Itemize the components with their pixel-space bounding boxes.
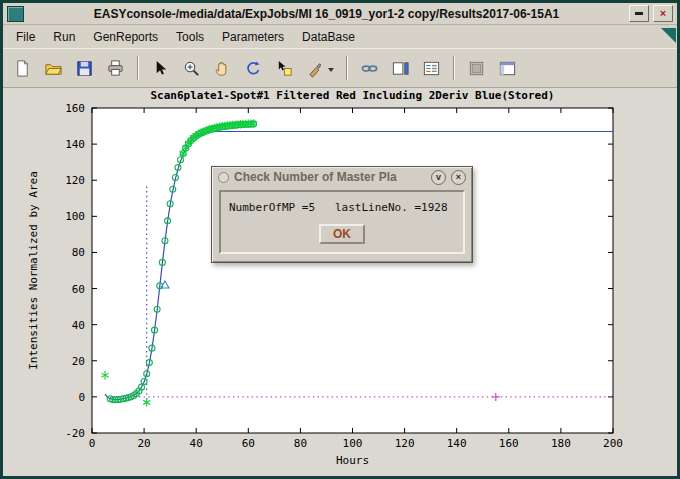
menu-bar: FileRunGenReportsToolsParametersDataBase xyxy=(3,25,677,48)
svg-text:120: 120 xyxy=(65,174,85,187)
dialog-close-button[interactable]: × xyxy=(451,170,466,185)
app-window: EASYconsole-/media/data/ExpJobs/MI 16_09… xyxy=(0,0,680,479)
dialog-body: NumberOfMP =5 lastLineNo. =1928 OK xyxy=(212,187,472,262)
new-document-icon xyxy=(13,59,32,78)
hide-plot-tools-button[interactable] xyxy=(462,54,491,83)
svg-text:Intensities Normalized by Area: Intensities Normalized by Area xyxy=(27,171,40,370)
toolbar-separator xyxy=(137,56,139,80)
svg-text:140: 140 xyxy=(447,437,467,450)
new-document-button[interactable] xyxy=(8,54,37,83)
insert-colorbar-button[interactable] xyxy=(386,54,415,83)
brush-button[interactable] xyxy=(301,54,339,83)
svg-text:140: 140 xyxy=(65,138,85,151)
chart-canvas: 020406080100120140160180200-200204060801… xyxy=(3,88,677,476)
minimize-button[interactable] xyxy=(629,5,649,22)
svg-text:160: 160 xyxy=(65,102,85,115)
insert-colorbar-icon xyxy=(391,59,410,78)
corner-resize-icon xyxy=(661,28,676,43)
hide-plot-tools-icon xyxy=(467,59,486,78)
dialog-message: NumberOfMP =5 lastLineNo. =1928 xyxy=(229,201,455,214)
save-button[interactable] xyxy=(70,54,99,83)
edit-cursor-button[interactable] xyxy=(146,54,175,83)
svg-text:40: 40 xyxy=(72,319,85,332)
data-cursor-button[interactable] xyxy=(270,54,299,83)
svg-text:80: 80 xyxy=(294,437,307,450)
svg-text:Scan6plate1-Spot#1 Filtered Re: Scan6plate1-Spot#1 Filtered Red Includin… xyxy=(151,89,555,102)
svg-text:180: 180 xyxy=(551,437,571,450)
dialog-window-icon xyxy=(218,172,229,183)
dialog-title-bar: Check Number of Master Pla v × xyxy=(212,167,472,187)
data-cursor-icon xyxy=(275,59,294,78)
menu-run[interactable]: Run xyxy=(44,27,84,47)
svg-text:100: 100 xyxy=(65,210,85,223)
menu-database[interactable]: DataBase xyxy=(293,27,364,47)
open-folder-button[interactable] xyxy=(39,54,68,83)
figure-area: 020406080100120140160180200-200204060801… xyxy=(3,88,677,476)
svg-text:20: 20 xyxy=(137,437,150,450)
brush-icon xyxy=(307,59,326,78)
pan-hand-icon xyxy=(213,59,232,78)
open-folder-icon xyxy=(44,59,63,78)
rotate-3d-button[interactable] xyxy=(239,54,268,83)
minimize-icon xyxy=(635,12,643,15)
rotate-3d-icon xyxy=(244,59,263,78)
svg-text:40: 40 xyxy=(190,437,203,450)
toolbar-separator xyxy=(453,56,455,80)
svg-text:120: 120 xyxy=(395,437,415,450)
print-button[interactable] xyxy=(101,54,130,83)
window-title: EASYconsole-/media/data/ExpJobs/MI 16_09… xyxy=(28,7,625,21)
menu-parameters[interactable]: Parameters xyxy=(213,27,293,47)
close-button[interactable]: × xyxy=(653,5,673,22)
insert-legend-button[interactable] xyxy=(417,54,446,83)
svg-text:100: 100 xyxy=(343,437,363,450)
menu-file[interactable]: File xyxy=(7,27,44,47)
dialog-collapse-button[interactable]: v xyxy=(431,170,446,185)
zoom-in-button[interactable] xyxy=(177,54,206,83)
link-plots-icon xyxy=(360,59,379,78)
brush-dropdown-icon[interactable] xyxy=(328,68,334,75)
close-icon: × xyxy=(660,8,666,19)
show-plot-tools-button[interactable] xyxy=(493,54,522,83)
svg-text:-20: -20 xyxy=(65,427,85,440)
svg-text:160: 160 xyxy=(499,437,519,450)
window-menu-icon[interactable] xyxy=(7,6,24,22)
dialog-title: Check Number of Master Pla xyxy=(234,170,426,184)
svg-text:0: 0 xyxy=(89,437,96,450)
svg-text:60: 60 xyxy=(72,283,85,296)
save-icon xyxy=(75,59,94,78)
menu-genreports[interactable]: GenReports xyxy=(84,27,167,47)
zoom-in-icon xyxy=(182,59,201,78)
show-plot-tools-icon xyxy=(498,59,517,78)
menu-tools[interactable]: Tools xyxy=(167,27,213,47)
dialog-check-number-of-master-plates: Check Number of Master Pla v × NumberOfM… xyxy=(211,166,473,263)
toolbar-separator xyxy=(346,56,348,80)
insert-legend-icon xyxy=(422,59,441,78)
pan-hand-button[interactable] xyxy=(208,54,237,83)
svg-text:0: 0 xyxy=(78,391,85,404)
title-bar: EASYconsole-/media/data/ExpJobs/MI 16_09… xyxy=(3,3,677,25)
link-plots-button[interactable] xyxy=(355,54,384,83)
svg-text:Hours: Hours xyxy=(336,454,369,467)
dialog-message-panel: NumberOfMP =5 lastLineNo. =1928 OK xyxy=(219,190,465,254)
svg-text:60: 60 xyxy=(242,437,255,450)
svg-text:200: 200 xyxy=(603,437,623,450)
ok-button[interactable]: OK xyxy=(319,224,365,244)
print-icon xyxy=(106,59,125,78)
edit-cursor-icon xyxy=(151,59,170,78)
toolbar xyxy=(3,48,677,88)
svg-text:80: 80 xyxy=(72,246,85,259)
svg-text:20: 20 xyxy=(72,355,85,368)
